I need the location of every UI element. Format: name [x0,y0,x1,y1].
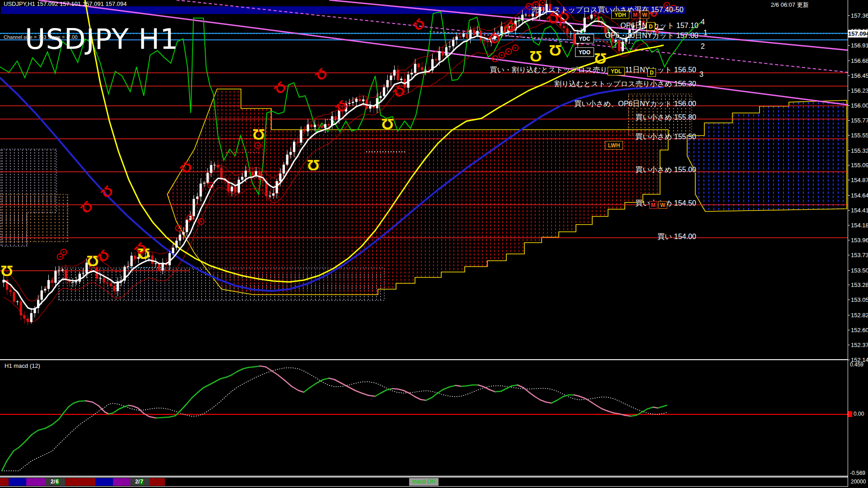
price-axis-label: 152.825 [851,312,868,319]
marker-badge-w: W [658,201,667,209]
wave-count-number: 2 [701,42,705,51]
pane-separator[interactable] [0,359,848,360]
session-strip-segment [95,478,113,486]
price-axis-label: 152.145 [851,357,868,363]
price-annotation: 買い小さめ、OP6日NYカット 156.00 [574,99,696,109]
svg-text:Ω: Ω [252,126,264,143]
price-axis-label: 153.280 [851,282,868,288]
session-strip-segment [9,478,26,486]
session-strip-segment [26,478,46,486]
price-annotation: 買い 154.00 [657,232,696,242]
price-annotation: 買い小さめ 155.50 [635,132,696,142]
price-axis-label: 152.600 [851,327,868,333]
svg-text:Ω: Ω [410,16,428,34]
svg-text:Ω: Ω [594,50,606,67]
strip-date-label: 2/6 [51,479,59,485]
trading-chart-window: ΩΩΩΩΩΩΩΩΩΩΩΩΩΩΩΩΩΩΩΩΩΩΩ USDJPY,H1 157.09… [0,0,868,488]
svg-text:Ω: Ω [549,42,561,59]
svg-text:Ω: Ω [312,66,330,84]
price-axis-label: 156.680 [851,57,868,64]
marker-badge-m: M [649,201,657,209]
current-price-tag: 157.094 [848,30,868,38]
svg-text:Ω: Ω [307,157,319,174]
price-annotation: 買い・割り込むとストップロス売り、OP11日NYカット 156.50 [490,66,696,75]
session-strip-segment [65,478,95,486]
price-axis-label: 153.055 [851,296,868,303]
price-axis-label: 153.735 [851,252,868,258]
wave-count-number: 1 [703,29,708,37]
wave-count-number: 4 [701,18,705,26]
price-axis-label: 154.415 [851,207,868,214]
svg-text:Ω: Ω [381,116,393,133]
session-strip-segment [113,478,130,486]
price-axis-label: 157.365 [851,12,868,19]
marker-badge-ydc: YDC [575,34,594,43]
macd-indicator-label: H1 macd (12) [5,362,40,369]
session-strip: 2/62/7 macd ON [0,477,848,487]
price-annotation: 売り・ストップロス買い小さめ混在 157.40-50 [532,5,684,15]
price-annotation: 割り込むとストップロス売り小さめ 156.30 [554,80,696,89]
pane-separator[interactable] [0,476,848,477]
session-strip-segment [0,478,9,486]
price-axis-label: 156.000 [851,102,868,109]
macd-on-button[interactable]: macd ON [409,478,439,486]
svg-text:Ω: Ω [529,48,542,65]
macd-chart[interactable] [0,361,848,476]
price-axis-label: 156.910 [851,42,868,49]
marker-badge-w: W [640,11,649,19]
price-annotation: OP6日NYカット 157.10 [620,21,698,31]
marker-badge-ydo: YDO [575,47,594,57]
volume-scale-label: 20000 [851,479,866,485]
svg-text:Ω: Ω [98,183,116,201]
marker-badge-lwh: LWH [605,141,623,150]
marker-badge-ydh: YDH [611,11,629,19]
svg-text:Ω: Ω [78,198,96,216]
updated-timestamp: 2/6 06:07 更新 [771,1,809,9]
symbol-quote-line: USDJPY,H1 157.092 157.101 157.091 157.09… [4,0,127,7]
price-axis-label: 154.640 [851,192,868,199]
price-axis-label: 155.320 [851,147,868,154]
price-axis-label: 154.185 [851,222,868,229]
marker-badge-ydl: YDL [608,67,625,75]
wave-count-number: 3 [699,70,703,79]
price-axis-label: 153.960 [851,237,868,244]
macd-scale-bottom: -0.569 [850,470,865,476]
marker-badge-d: D [647,68,656,77]
price-axis-label: 155.550 [851,132,868,139]
marker-badge-d: D [646,22,655,31]
price-axis-label: 153.505 [851,267,868,274]
price-axis-label: 154.870 [851,177,868,183]
svg-text:Ω: Ω [0,263,13,280]
marker-badge-m: M [631,11,639,19]
price-annotation: 買い小さめ 155.80 [635,113,696,122]
price-axis-label: 155.095 [851,162,868,169]
price-axis-label: 156.230 [851,87,868,94]
price-axis-label: 152.375 [851,342,868,348]
macd-scale-zero: 0.00 [854,411,864,417]
session-strip-segment [150,478,165,486]
price-axis-label: 156.455 [851,72,868,79]
channel-info-label: Channel size = 783 Slope = -7.00 [4,34,77,40]
price-axis-label: 155.775 [851,117,868,124]
price-annotation: OP6・10日NYカット 157.00 [605,31,698,41]
price-annotation: 買い小さめ 155.00 [635,165,696,175]
macd-zero-chip [848,411,852,417]
strip-date-label: 2/7 [135,479,144,485]
